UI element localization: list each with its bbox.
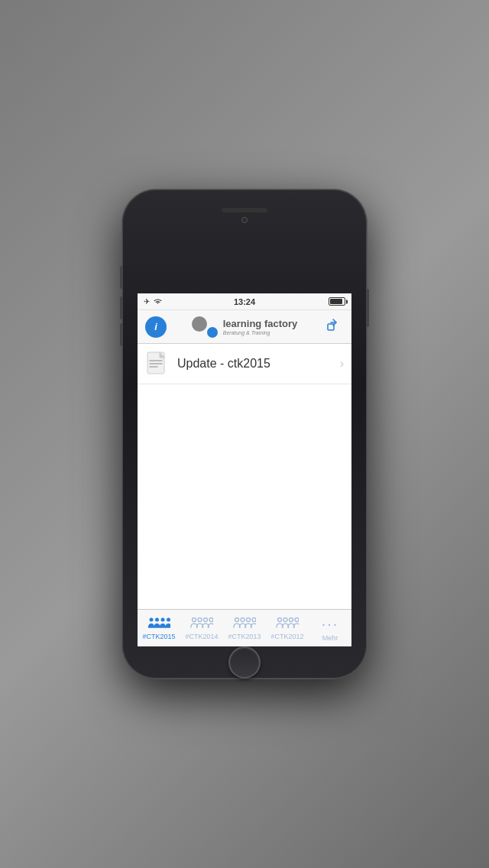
top-bezel <box>122 189 367 241</box>
tab-ctk2015-label: #CTK2015 <box>142 633 175 640</box>
logo-name: learning factory <box>223 318 298 330</box>
mehr-dots-icon: ··· <box>322 615 339 633</box>
home-button[interactable] <box>228 646 261 679</box>
svg-point-13 <box>235 618 239 622</box>
svg-point-6 <box>155 618 159 622</box>
tab-ctk2015[interactable]: #CTK2015 <box>138 610 180 646</box>
ctk2015-people-icon <box>147 616 170 631</box>
screen: ✈ 13:24 i <box>138 293 351 646</box>
svg-point-19 <box>290 618 293 622</box>
tab-ctk2012[interactable]: #CTK2012 <box>266 610 309 646</box>
svg-point-9 <box>193 618 196 622</box>
ctk2012-people-icon <box>276 616 299 631</box>
logo-icon <box>192 316 219 338</box>
camera <box>241 217 248 223</box>
content-area: Update - ctk2015 › <box>138 344 351 609</box>
tab-ctk2013-label: #CTK2013 <box>228 633 261 640</box>
svg-point-14 <box>241 618 244 622</box>
svg-point-11 <box>204 618 208 622</box>
speaker <box>222 208 267 212</box>
share-button[interactable] <box>322 316 344 338</box>
phone-device: ✈ 13:24 i <box>122 189 367 679</box>
info-icon: i <box>154 321 157 332</box>
tab-ctk2012-label: #CTK2012 <box>270 633 303 640</box>
battery-fill <box>330 299 342 304</box>
status-left: ✈ <box>144 297 163 306</box>
status-right <box>329 297 345 306</box>
logo-circle-big <box>192 316 207 332</box>
info-button[interactable]: i <box>145 316 167 338</box>
tab-ctk2014[interactable]: #CTK2014 <box>180 610 223 646</box>
ctk2014-people-icon <box>190 616 213 631</box>
logo-circle-small <box>207 327 218 338</box>
app-logo: learning factory Beratung & Training <box>192 316 298 338</box>
tab-bar: #CTK2015 #CTK2014 <box>138 609 351 646</box>
list-item-text: Update - ctk2015 <box>177 357 340 371</box>
share-icon <box>325 317 341 336</box>
svg-point-7 <box>161 618 165 622</box>
ctk2013-people-icon <box>233 616 256 631</box>
status-bar: ✈ 13:24 <box>138 293 351 310</box>
bottom-bezel <box>228 646 261 679</box>
logo-subtitle: Beratung & Training <box>223 330 298 335</box>
svg-point-18 <box>283 618 287 622</box>
tab-mehr-label: Mehr <box>322 634 338 642</box>
chevron-right-icon: › <box>340 357 344 371</box>
svg-point-5 <box>150 618 154 622</box>
tab-ctk2014-label: #CTK2014 <box>185 633 218 640</box>
list-item[interactable]: Update - ctk2015 › <box>138 344 351 384</box>
svg-point-10 <box>198 618 202 622</box>
list-item-icon <box>145 351 170 376</box>
tab-ctk2013[interactable]: #CTK2013 <box>223 610 266 646</box>
svg-point-8 <box>167 618 170 622</box>
navigation-bar: i learning factory Beratung & Training <box>138 310 351 344</box>
svg-point-15 <box>247 618 251 622</box>
svg-point-12 <box>209 618 213 622</box>
airplane-icon: ✈ <box>144 297 150 306</box>
tab-mehr[interactable]: ··· Mehr <box>309 610 351 646</box>
svg-point-17 <box>278 618 282 622</box>
battery-icon <box>329 297 345 306</box>
logo-text: learning factory Beratung & Training <box>223 318 298 335</box>
document-icon <box>147 351 168 376</box>
svg-point-20 <box>295 618 299 622</box>
status-time: 13:24 <box>234 297 255 306</box>
wifi-icon <box>153 297 163 306</box>
svg-point-16 <box>252 618 256 622</box>
